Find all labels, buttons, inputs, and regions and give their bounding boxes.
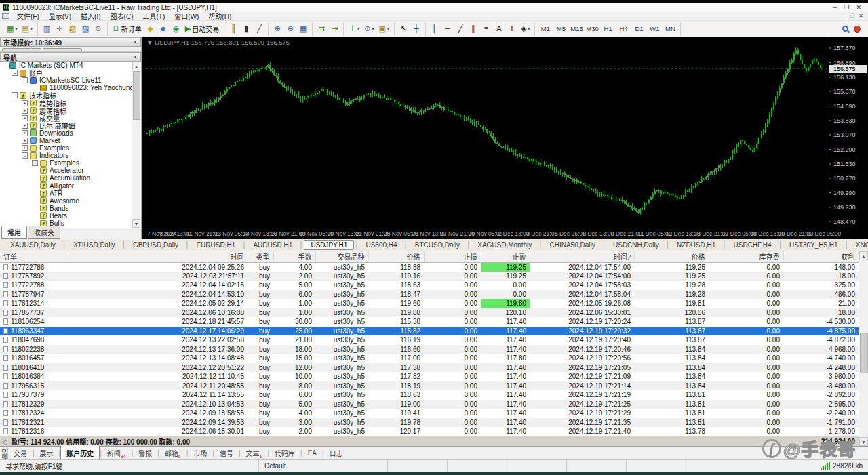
table-row[interactable]: 1177578922024.12.03 21:57:11buy2.00ust30… xyxy=(0,272,859,281)
column-header-2[interactable]: 类型 xyxy=(248,251,273,262)
scroll-up-icon[interactable]: ▲ xyxy=(859,251,868,260)
chart-tab-xagusd-monthly[interactable]: XAGUSD,Monthly xyxy=(471,241,538,249)
tree-item-accelerator[interactable]: ƒAccelerator xyxy=(0,167,141,174)
table-row[interactable]: 1178123292024.12.10 13:04:53buy5.00ust30… xyxy=(0,400,859,409)
navigator-tab-favorites[interactable]: 收藏夹 xyxy=(28,226,60,239)
menu-item-5[interactable]: 窗口(W) xyxy=(170,10,203,22)
tree-item-趋势指标[interactable]: +ƒ趋势指标 xyxy=(0,99,141,106)
navigator-scrollbar[interactable]: ▲ ▼ xyxy=(132,62,140,228)
terminal-scrollbar[interactable]: ▲ ▼ xyxy=(859,251,868,446)
scroll-down-icon[interactable]: ▼ xyxy=(132,219,140,228)
line-chart-button[interactable]: ╱ xyxy=(253,23,265,35)
navigator-tab-common[interactable]: 常用 xyxy=(1,226,27,239)
templates-button[interactable]: ▣▾ xyxy=(377,23,391,35)
menu-item-0[interactable]: 文件(F) xyxy=(12,10,44,22)
chart-tab-xngusd-daily[interactable]: XNGUSD,Daily xyxy=(850,241,868,249)
table-row[interactable]: 1180476982024.12.13 22:02:58buy21.00ust3… xyxy=(0,335,859,345)
tree-expander-icon[interactable]: - xyxy=(12,70,18,76)
column-header-5[interactable]: 价格 xyxy=(368,251,424,262)
table-row[interactable]: 1180633472024.12.17 14:06:29buy25.00ust3… xyxy=(0,327,859,336)
timeframe-h4[interactable]: H4 xyxy=(616,23,631,35)
timeframe-mn[interactable]: MN xyxy=(663,23,677,35)
minimize-button[interactable]: ─ xyxy=(833,4,837,11)
terminal-tab-代码库[interactable]: 代码库 xyxy=(269,447,300,459)
cursor-button[interactable]: ↖ xyxy=(397,23,410,35)
auto-scroll-button[interactable]: ⇉ xyxy=(315,23,328,35)
terminal-tab-日志[interactable]: 日志 xyxy=(324,447,349,459)
terminal-tab-文章[interactable]: 文章1 xyxy=(241,447,268,460)
column-header-7[interactable]: 止盈 xyxy=(481,251,530,262)
scroll-down-icon[interactable]: ▼ xyxy=(859,437,868,446)
tree-item-market[interactable]: +Market xyxy=(0,137,141,144)
candlestick-chart[interactable]: 157.670156.890156.130155.370154.590153.8… xyxy=(142,37,868,239)
table-row[interactable]: 1177879472024.12.04 14:53:10buy6.00ust30… xyxy=(0,290,859,300)
tree-item-1100090823-yeh-yaochung[interactable]: 1100090823: Yeh Yaochung xyxy=(0,84,141,91)
vertical-line-button[interactable]: │ xyxy=(429,23,441,35)
fibonacci-button[interactable]: ≡ xyxy=(480,23,492,35)
restore-button[interactable]: ❐ xyxy=(844,4,849,11)
tree-expander-icon[interactable]: - xyxy=(22,152,28,159)
chart-tab-audusd-h1[interactable]: AUDUSD,H1 xyxy=(247,241,298,249)
terminal-tab-ea[interactable]: EA xyxy=(302,448,322,458)
table-row[interactable]: 1180164572024.12.13 14:08:48buy15.00ust3… xyxy=(0,354,859,363)
indicators-button[interactable]: ＋▾ xyxy=(347,23,361,35)
terminal-button[interactable]: ▨ xyxy=(79,23,92,35)
menu-item-6[interactable]: 帮助(H) xyxy=(203,10,236,22)
table-row[interactable]: 1178577372024.12.06 10:16:08buy1.00ust30… xyxy=(0,308,859,318)
tree-item-indicators[interactable]: -Indicators xyxy=(0,152,141,159)
tree-item-examples[interactable]: +Examples xyxy=(0,159,141,167)
tree-expander-icon[interactable]: + xyxy=(22,138,28,144)
tree-expander-icon[interactable]: + xyxy=(22,145,28,151)
tree-expander-icon[interactable]: + xyxy=(22,130,28,136)
chart-tab-gbpusd-daily[interactable]: GBPUSD,Daily xyxy=(127,241,184,249)
tree-item-accumulation[interactable]: ƒAccumulation xyxy=(0,174,141,182)
tree-item-alligator[interactable]: ƒAlligator xyxy=(0,182,141,190)
terminal-tab-邮箱[interactable]: 邮箱6 xyxy=(159,447,186,460)
tree-item-账户[interactable]: -账户 xyxy=(0,69,141,77)
tree-item-downloads[interactable]: +Downloads xyxy=(0,129,141,137)
table-row[interactable]: 1177227882024.12.04 14:02:15buy5.00ust30… xyxy=(0,281,859,290)
status-profile[interactable]: Default xyxy=(259,460,388,472)
navigator-button[interactable]: ▧ xyxy=(66,23,79,35)
navigator-close-icon[interactable]: ✕ xyxy=(133,54,138,60)
table-row[interactable]: 1178123242024.12.09 18:58:55buy4.00ust30… xyxy=(0,409,859,418)
chart-tab-usdchf-h4[interactable]: USDCHF,H4 xyxy=(728,241,778,249)
chart-tab-xauusd-daily[interactable]: XAUUSD,Daily xyxy=(4,241,62,249)
text-button[interactable]: A xyxy=(493,23,505,35)
column-header-3[interactable]: 手数 xyxy=(273,251,315,262)
mdi-close-button[interactable]: ✕ xyxy=(859,13,863,19)
market-watch-header[interactable]: 市场报价: 10:36:49 ✕ xyxy=(0,37,141,47)
tree-expander-icon[interactable]: + xyxy=(22,115,28,121)
table-row[interactable]: 1180163842024.12.12 11:10:45buy10.00ust3… xyxy=(0,372,859,381)
terminal-tab-交易[interactable]: 交易 xyxy=(8,447,33,459)
zoom-in-button[interactable]: ⊕ xyxy=(271,23,283,35)
strategy-tester-button[interactable]: ⊙ xyxy=(92,23,104,35)
table-row[interactable]: 1179373792024.12.11 14:13:55buy6.00ust30… xyxy=(0,390,859,400)
candlestick-button[interactable]: ▮ xyxy=(240,23,252,35)
tree-item-icmarketssc-live11[interactable]: -ICMarketsSC-Live11 xyxy=(0,77,141,84)
scroll-up-icon[interactable]: ▲ xyxy=(132,62,140,70)
market-watch-button[interactable]: ▥ xyxy=(41,23,53,35)
horizontal-line-button[interactable]: ─ xyxy=(441,23,454,35)
timeframe-m5[interactable]: M5 xyxy=(553,23,568,35)
terminal-tab-信号[interactable]: 信号 xyxy=(214,447,239,459)
timeframe-m30[interactable]: M30 xyxy=(585,23,599,35)
chart-tab-xtiusd-daily[interactable]: XTIUSD,Daily xyxy=(67,241,121,249)
scrollbar-thumb[interactable] xyxy=(133,71,140,120)
navigator-header[interactable]: 导航 ✕ xyxy=(0,52,141,62)
chart-tab-us500-h4[interactable]: US500,H4 xyxy=(359,241,403,249)
table-row[interactable]: 1180164102024.12.12 20:51:22buy12.00ust3… xyxy=(0,363,859,373)
tree-item-ic-markets-sc-mt4[interactable]: IC Markets (SC) MT4 xyxy=(0,62,141,69)
terminal-tab-新闻[interactable]: 新闻34 xyxy=(102,447,132,460)
chart-tab-nzdusd-h1[interactable]: NZDUSD,H1 xyxy=(671,241,722,249)
zoom-out-button[interactable]: ⊖ xyxy=(284,23,296,35)
close-button[interactable]: ✕ xyxy=(856,4,861,11)
timeframe-d1[interactable]: D1 xyxy=(631,23,646,35)
tree-expander-icon[interactable]: - xyxy=(12,92,18,98)
menu-item-2[interactable]: 插入(I) xyxy=(76,10,105,22)
tree-expander-icon[interactable]: + xyxy=(32,160,38,166)
timeframe-w1[interactable]: W1 xyxy=(647,23,662,35)
column-header-4[interactable]: 交易品种 xyxy=(315,251,368,262)
timeframe-m1[interactable]: M1 xyxy=(538,23,553,35)
trendline-button[interactable]: ╱ xyxy=(454,23,467,35)
